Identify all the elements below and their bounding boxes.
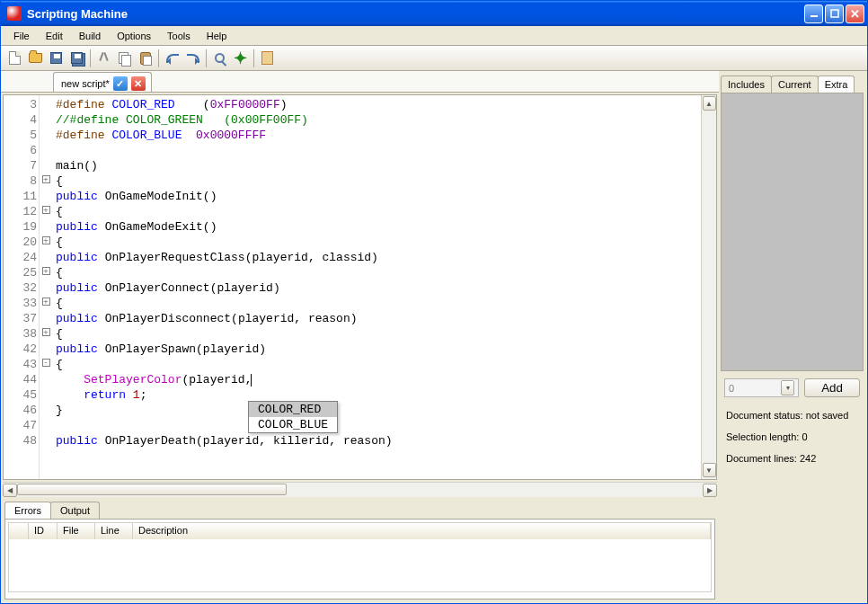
compile-icon: ✦ [234, 50, 247, 67]
save-all-button[interactable] [66, 49, 87, 68]
combo-value: 0 [729, 383, 734, 394]
fold-toggle[interactable]: - [42, 359, 50, 367]
title-bar: Scripting Machine ✕ [1, 1, 867, 26]
autocomplete-popup[interactable]: COLOR_REDCOLOR_BLUE [248, 401, 338, 433]
menu-build[interactable]: Build [72, 29, 108, 43]
scroll-down-button[interactable]: ▼ [703, 463, 716, 477]
svg-rect-0 [810, 15, 818, 17]
open-file-button[interactable] [25, 49, 46, 68]
paste-button[interactable] [135, 49, 155, 68]
new-file-icon [9, 51, 21, 65]
file-tabs-row: new script* ✓ ✕ [1, 71, 719, 93]
toolbar: ✦ [1, 46, 867, 71]
errors-column-header[interactable]: Line [95, 523, 133, 539]
separator [206, 49, 207, 67]
save-all-icon [71, 52, 83, 64]
fold-column: ++++++- [40, 95, 52, 479]
bottom-tab-output[interactable]: Output [50, 502, 100, 519]
close-button[interactable]: ✕ [846, 4, 864, 23]
errors-column-header[interactable] [9, 523, 29, 539]
menu-edit[interactable]: Edit [39, 29, 70, 43]
autocomplete-item[interactable]: COLOR_BLUE [249, 417, 337, 432]
find-button[interactable] [209, 49, 230, 68]
errors-column-header[interactable]: Description [133, 523, 711, 539]
scroll-thumb[interactable] [17, 484, 287, 495]
menu-file[interactable]: File [6, 29, 37, 43]
tab-save-button[interactable]: ✓ [113, 76, 128, 91]
help-icon [261, 51, 273, 65]
minimize-button[interactable] [804, 4, 823, 23]
paste-icon [140, 52, 151, 65]
status-selection: Selection length: 0 [721, 426, 864, 448]
errors-body [9, 539, 711, 591]
right-tabs: IncludesCurrentExtra [721, 73, 864, 93]
help-button[interactable] [257, 49, 278, 68]
menu-help[interactable]: Help [199, 29, 235, 43]
bottom-tabs: ErrorsOutput [1, 499, 719, 519]
right-tab-includes[interactable]: Includes [721, 76, 772, 93]
line-gutter: 3456781112192024253233373842434445464748 [4, 95, 40, 479]
app-window: Scripting Machine ✕ FileEditBuildOptions… [0, 0, 868, 604]
redo-button[interactable] [182, 49, 203, 68]
undo-button[interactable] [162, 49, 182, 68]
right-tab-current[interactable]: Current [771, 76, 819, 93]
preview-area [721, 93, 864, 371]
autocomplete-item[interactable]: COLOR_RED [249, 402, 337, 417]
menu-tools[interactable]: Tools [160, 29, 198, 43]
horizontal-scrollbar[interactable]: ◀ ▶ [3, 482, 717, 497]
scroll-up-button[interactable]: ▲ [703, 96, 716, 111]
compile-button[interactable]: ✦ [230, 49, 251, 68]
tab-close-button[interactable]: ✕ [131, 76, 146, 91]
code-area[interactable]: #define COLOR_RED (0xFF0000FF)//#define … [52, 95, 701, 479]
save-icon [50, 52, 62, 64]
right-panel: IncludesCurrentExtra 0 ▾ Add Document st… [719, 71, 867, 603]
search-icon [215, 53, 225, 63]
menu-options[interactable]: Options [110, 29, 158, 43]
save-button[interactable] [46, 49, 66, 68]
status-lines: Document lines: 242 [721, 448, 864, 469]
scroll-left-button[interactable]: ◀ [3, 484, 17, 497]
open-folder-icon [29, 53, 42, 63]
add-button[interactable]: Add [804, 378, 860, 397]
copy-icon [119, 52, 130, 65]
scroll-right-button[interactable]: ▶ [703, 484, 717, 497]
redo-icon [187, 54, 199, 63]
status-doc: Document status: not saved [721, 404, 864, 426]
new-file-button[interactable] [4, 49, 25, 68]
index-combo[interactable]: 0 ▾ [724, 378, 799, 397]
fold-toggle[interactable]: + [42, 298, 50, 306]
errors-column-header[interactable]: ID [29, 523, 58, 539]
file-tab-label: new script* [61, 78, 110, 89]
fold-toggle[interactable]: + [42, 328, 50, 336]
right-tab-extra[interactable]: Extra [818, 76, 855, 93]
bottom-tab-errors[interactable]: Errors [4, 502, 51, 519]
errors-table: IDFileLineDescription [8, 522, 712, 592]
maximize-button[interactable] [825, 4, 844, 23]
errors-column-header[interactable]: File [58, 523, 95, 539]
fold-toggle[interactable]: + [42, 236, 50, 244]
separator [90, 49, 91, 67]
file-tab[interactable]: new script* ✓ ✕ [53, 72, 152, 92]
cut-button[interactable] [93, 49, 114, 68]
code-editor[interactable]: 3456781112192024253233373842434445464748… [3, 94, 717, 480]
app-icon [7, 6, 22, 21]
errors-panel: IDFileLineDescription [4, 519, 715, 600]
separator [158, 49, 159, 67]
combo-dropdown-button[interactable]: ▾ [781, 380, 794, 395]
fold-toggle[interactable]: + [42, 267, 50, 275]
vertical-scrollbar[interactable]: ▲ ▼ [701, 95, 716, 479]
app-title: Scripting Machine [25, 7, 804, 21]
svg-rect-1 [831, 10, 838, 17]
menu-bar: FileEditBuildOptionsToolsHelp [1, 26, 867, 46]
separator [253, 49, 254, 67]
fold-toggle[interactable]: + [42, 206, 50, 214]
cut-icon [99, 52, 109, 65]
fold-toggle[interactable]: + [42, 175, 50, 183]
copy-button[interactable] [114, 49, 135, 68]
undo-icon [166, 54, 179, 63]
